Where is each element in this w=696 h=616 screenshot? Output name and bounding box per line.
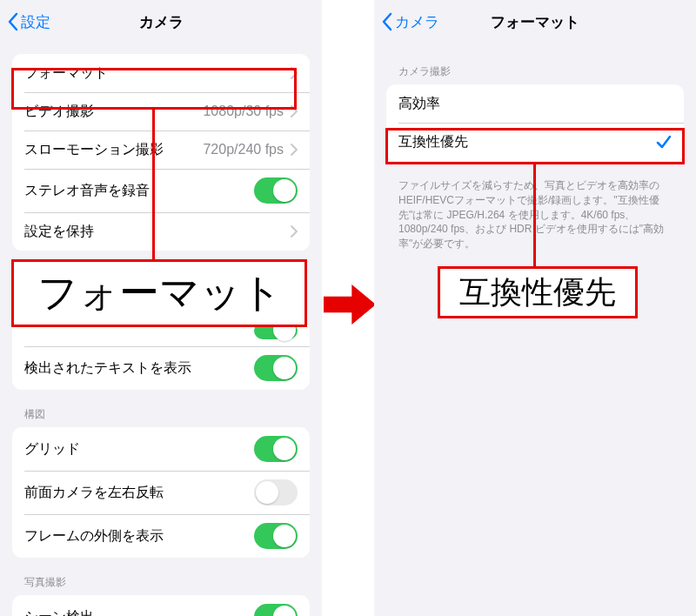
callout-format: フォーマット <box>11 259 307 327</box>
nav-bar: カメラ フォーマット <box>374 0 696 44</box>
back-button[interactable]: 設定 <box>7 12 50 32</box>
row-label: 互換性優先 <box>398 133 656 151</box>
composition-list: グリッド 前面カメラを左右反転 フレームの外側を表示 <box>12 427 310 558</box>
chevron-right-icon <box>291 67 298 79</box>
row-video[interactable]: ビデオ撮影 1080p/30 fps <box>12 92 310 131</box>
toggle-scene[interactable] <box>254 604 298 616</box>
toggle-grid[interactable] <box>254 436 298 462</box>
row-stereo: ステレオ音声を録音 <box>12 169 310 212</box>
chevron-right-icon <box>291 225 298 238</box>
toggle-detected-text[interactable] <box>254 355 298 381</box>
highlight-connector <box>533 164 536 269</box>
toggle-stereo[interactable] <box>254 177 298 204</box>
nav-bar: 設定 カメラ <box>0 0 322 44</box>
row-outside: フレームの外側を表示 <box>12 514 310 558</box>
chevron-right-icon <box>291 144 298 156</box>
photo-list: シーン検出 <box>12 595 310 616</box>
row-label: 設定を保持 <box>24 223 287 241</box>
callout-compatible: 互換性優先 <box>438 266 638 318</box>
row-label: 検出されたテキストを表示 <box>24 359 254 378</box>
section-header-composition: 構図 <box>24 407 298 422</box>
back-label: 設定 <box>21 12 50 32</box>
row-most-compatible[interactable]: 互換性優先 <box>386 123 684 161</box>
row-preserve[interactable]: 設定を保持 <box>12 212 310 251</box>
row-value: 720p/240 fps <box>203 142 284 157</box>
back-button[interactable]: カメラ <box>381 12 439 32</box>
row-slowmo[interactable]: スローモーション撮影 720p/240 fps <box>12 131 310 169</box>
row-label: フォーマット <box>24 64 287 83</box>
row-label: フレームの外側を表示 <box>24 527 254 546</box>
row-label: シーン検出 <box>24 608 254 617</box>
format-settings-screen: カメラ フォーマット カメラ撮影 高効率 互換性優先 ファイルサイズを減らすため… <box>374 0 696 616</box>
section-header-photo: 写真撮影 <box>24 575 298 590</box>
settings-list: フォーマット ビデオ撮影 1080p/30 fps スローモーション撮影 720… <box>12 54 310 251</box>
format-options-list: 高効率 互換性優先 <box>386 84 684 161</box>
row-grid: グリッド <box>12 427 310 471</box>
row-mirror: 前面カメラを左右反転 <box>12 471 310 514</box>
checkmark-icon <box>656 134 672 150</box>
section-header-capture: カメラ撮影 <box>398 64 672 79</box>
row-label: ステレオ音声を録音 <box>24 182 254 200</box>
row-label: 前面カメラを左右反転 <box>24 484 254 502</box>
row-label: ビデオ撮影 <box>24 103 203 121</box>
toggle-mirror[interactable] <box>254 479 298 506</box>
row-detected-text: 検出されたテキストを表示 <box>12 346 310 390</box>
row-scene: シーン検出 <box>12 595 310 616</box>
row-value: 1080p/30 fps <box>203 104 284 119</box>
back-label: カメラ <box>395 12 439 32</box>
settings-list-2: 検出されたテキストを表示 <box>12 322 310 390</box>
chevron-right-icon <box>291 105 298 117</box>
toggle-outside[interactable] <box>254 523 298 549</box>
arrow-icon <box>324 278 376 331</box>
camera-settings-screen: 設定 カメラ フォーマット ビデオ撮影 1080p/30 fps スローモーショ… <box>0 0 322 616</box>
row-high-efficiency[interactable]: 高効率 <box>386 84 684 123</box>
row-label: 高効率 <box>398 95 672 113</box>
row-label: スローモーション撮影 <box>24 141 203 159</box>
highlight-connector <box>152 110 155 262</box>
chevron-left-icon <box>381 12 392 31</box>
row-format[interactable]: フォーマット <box>12 54 310 92</box>
chevron-left-icon <box>7 12 18 31</box>
row-label: グリッド <box>24 440 254 459</box>
